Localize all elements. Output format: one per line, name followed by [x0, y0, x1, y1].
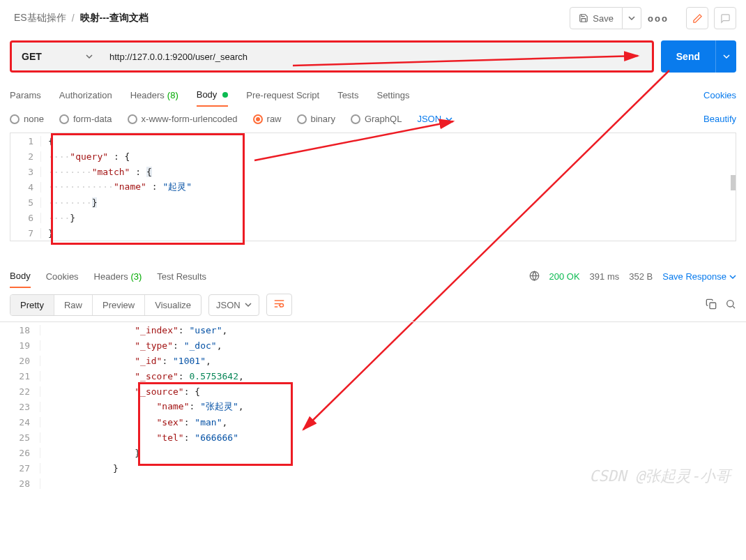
- ellipsis-icon: ooo: [648, 13, 669, 24]
- breadcrumb-current: 映射---查询文档: [80, 12, 149, 24]
- response-size: 352 B: [629, 271, 653, 282]
- copy-icon: [706, 298, 717, 310]
- comment-icon: [720, 13, 731, 24]
- radio-binary[interactable]: binary: [297, 114, 335, 124]
- seg-visualize[interactable]: Visualize: [145, 295, 201, 315]
- save-dropdown-button[interactable]: [623, 7, 641, 29]
- response-body-editor[interactable]: 18 "_index": "user", 19 "_type": "_doc",…: [0, 321, 746, 491]
- tab-authorization[interactable]: Authorization: [59, 84, 112, 106]
- tab-prerequest[interactable]: Pre-request Script: [246, 84, 319, 106]
- more-actions-button[interactable]: ooo: [647, 7, 669, 29]
- tab-params[interactable]: Params: [10, 84, 41, 106]
- save-icon: [579, 13, 588, 23]
- chevron-down-icon: [86, 53, 93, 60]
- response-language-select[interactable]: JSON: [208, 294, 259, 316]
- save-response-button[interactable]: Save Response: [662, 271, 736, 282]
- response-view-segmented: Pretty Raw Preview Visualize: [10, 294, 201, 316]
- cookies-link[interactable]: Cookies: [703, 90, 736, 100]
- resp-tab-headers[interactable]: Headers (3): [94, 266, 142, 287]
- tab-headers-label: Headers: [130, 90, 165, 100]
- tab-settings[interactable]: Settings: [376, 84, 409, 106]
- wrap-icon: [274, 299, 284, 308]
- radio-xwww[interactable]: x-www-form-urlencoded: [128, 114, 238, 124]
- svg-line-9: [733, 306, 735, 308]
- wrap-lines-button[interactable]: [266, 294, 292, 316]
- search-button[interactable]: [725, 298, 736, 312]
- chevron-down-icon: [628, 15, 635, 22]
- beautify-button[interactable]: Beautify: [703, 114, 736, 124]
- search-icon: [725, 298, 736, 310]
- request-body-editor[interactable]: 1{ 2····"query" : { 3········"match" : {…: [10, 133, 736, 241]
- method-value: GET: [22, 51, 42, 62]
- comment-button[interactable]: [714, 7, 736, 29]
- save-button-group[interactable]: Save: [570, 7, 641, 29]
- chevron-down-icon: [723, 53, 730, 60]
- edit-button[interactable]: [686, 7, 708, 29]
- chevron-down-icon: [729, 273, 736, 280]
- save-label: Save: [593, 13, 614, 24]
- svg-point-8: [727, 300, 733, 306]
- method-select[interactable]: GET: [12, 43, 102, 70]
- radio-graphql[interactable]: GraphQL: [351, 114, 402, 124]
- resp-headers-count: (3): [130, 271, 142, 282]
- url-value: http://127.0.0.1:9200/user/_search: [109, 52, 248, 62]
- breadcrumb-sep: /: [72, 13, 75, 24]
- radio-none[interactable]: none: [10, 114, 44, 124]
- url-input[interactable]: http://127.0.0.1:9200/user/_search: [102, 43, 652, 70]
- tab-body-label: Body: [197, 89, 218, 100]
- seg-pretty[interactable]: Pretty: [10, 295, 54, 315]
- tab-tests[interactable]: Tests: [337, 84, 358, 106]
- tab-body[interactable]: Body: [197, 84, 229, 107]
- resp-tab-testresults[interactable]: Test Results: [157, 266, 206, 287]
- resp-tab-body[interactable]: Body: [10, 265, 31, 288]
- breadcrumb-parent[interactable]: ES基础操作: [14, 12, 66, 24]
- radio-formdata[interactable]: form-data: [59, 114, 112, 124]
- chevron-down-icon: [245, 301, 252, 308]
- status-code: 200 OK: [549, 271, 580, 282]
- radio-raw[interactable]: raw: [253, 114, 282, 124]
- response-time: 391 ms: [590, 271, 620, 282]
- modified-dot-icon: [222, 92, 228, 98]
- seg-raw[interactable]: Raw: [54, 295, 93, 315]
- resize-handle[interactable]: [731, 175, 736, 190]
- save-button[interactable]: Save: [570, 7, 623, 29]
- copy-button[interactable]: [706, 298, 717, 312]
- seg-preview[interactable]: Preview: [93, 295, 145, 315]
- headers-count: (8): [167, 90, 178, 100]
- send-button[interactable]: Send: [661, 40, 715, 73]
- chevron-down-icon: [446, 116, 452, 123]
- pencil-icon: [692, 13, 703, 24]
- breadcrumb: ES基础操作 / 映射---查询文档: [14, 12, 149, 24]
- send-dropdown-button[interactable]: [715, 40, 736, 73]
- resp-tab-cookies[interactable]: Cookies: [46, 266, 79, 287]
- body-language-select[interactable]: JSON: [417, 114, 452, 124]
- svg-rect-7: [710, 303, 716, 309]
- tab-headers[interactable]: Headers (8): [130, 84, 178, 106]
- globe-icon[interactable]: [529, 271, 540, 283]
